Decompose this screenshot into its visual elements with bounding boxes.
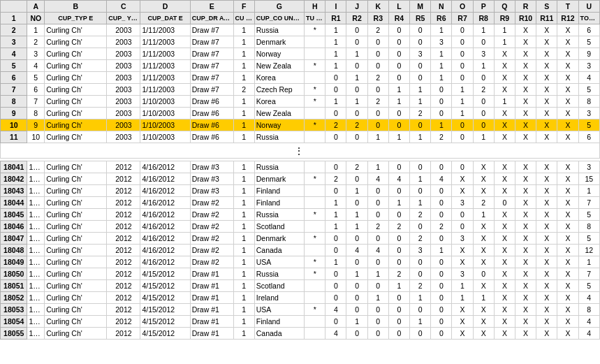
cell-r2[interactable]: 1: [346, 72, 367, 84]
row-number[interactable]: 10: [1, 119, 27, 131]
cell-r7[interactable]: 0: [452, 60, 473, 72]
cell-r2[interactable]: 0: [346, 197, 367, 209]
cell-r12[interactable]: X: [557, 256, 578, 268]
cell-r9[interactable]: 1: [494, 36, 515, 48]
cell-r7[interactable]: 1: [452, 280, 473, 292]
cell-cup-draw[interactable]: Draw #6: [190, 119, 233, 131]
cell-cup-date[interactable]: 4/15/2012: [140, 292, 190, 304]
cell-r8[interactable]: 0: [473, 108, 494, 119]
cell-cup-date[interactable]: 4/15/2012: [140, 316, 190, 328]
cell-r8[interactable]: X: [473, 256, 494, 268]
row-number[interactable]: 7: [1, 84, 27, 96]
table-row[interactable]: 21Curling Ch'20031/11/2003Draw #71Russia…: [1, 24, 600, 36]
cell-r3[interactable]: 0: [367, 185, 388, 197]
cell-r3[interactable]: 0: [367, 84, 388, 96]
cell-r2[interactable]: 0: [346, 233, 367, 245]
cell-r3[interactable]: 0: [367, 209, 388, 221]
col-header-b[interactable]: B: [45, 1, 107, 13]
cell-cup-date[interactable]: 1/11/2003: [140, 48, 190, 60]
cell-cup-p[interactable]: 1: [233, 209, 254, 221]
cell-cup-draw[interactable]: Draw #7: [190, 72, 233, 84]
cell-cup-year[interactable]: 2012: [107, 256, 140, 268]
cell-r8[interactable]: 0: [473, 96, 494, 108]
cell-r5[interactable]: 1: [410, 316, 431, 328]
cell-r5[interactable]: 0: [410, 72, 431, 84]
cell-r11[interactable]: X: [536, 316, 557, 328]
cell-r6[interactable]: 1: [431, 24, 452, 36]
cell-r4[interactable]: 0: [388, 209, 409, 221]
cell-r5[interactable]: 1: [410, 84, 431, 96]
cell-turn[interactable]: [305, 161, 325, 173]
cell-cup-date[interactable]: 4/16/2012: [140, 245, 190, 256]
cell-r10[interactable]: X: [515, 197, 536, 209]
cell-cup-p[interactable]: 1: [233, 173, 254, 185]
row-number[interactable]: 18045: [1, 209, 27, 221]
cell-r2[interactable]: 0: [346, 256, 367, 268]
cell-r8[interactable]: X: [473, 233, 494, 245]
table-row[interactable]: 1804918048Curling Ch'20124/16/2012Draw #…: [1, 256, 600, 268]
cell-r5[interactable]: 3: [410, 245, 431, 256]
row-number[interactable]: 9: [1, 108, 27, 119]
cell-r12[interactable]: X: [557, 84, 578, 96]
cell-r6[interactable]: 0: [431, 280, 452, 292]
cell-cup-draw[interactable]: Draw #3: [190, 173, 233, 185]
cell-cup-year[interactable]: 2012: [107, 209, 140, 221]
cell-r12[interactable]: X: [557, 209, 578, 221]
cell-r1[interactable]: 0: [325, 280, 346, 292]
cell-r10[interactable]: X: [515, 84, 536, 96]
cell-cup-draw[interactable]: Draw #1: [190, 292, 233, 304]
cell-cup-p[interactable]: 1: [233, 292, 254, 304]
cell-cup-p[interactable]: 1: [233, 233, 254, 245]
cell-cup-draw[interactable]: Draw #6: [190, 131, 233, 143]
cell-r3[interactable]: 0: [367, 48, 388, 60]
cell-cup-country[interactable]: Finland: [254, 197, 304, 209]
col-header-d[interactable]: D: [140, 1, 190, 13]
cell-r1[interactable]: 0: [325, 316, 346, 328]
cell-cup-country[interactable]: Korea: [254, 96, 304, 108]
cell-turn[interactable]: [305, 292, 325, 304]
cell-r2[interactable]: 1: [346, 316, 367, 328]
cell-turn[interactable]: [305, 131, 325, 143]
cell-cup-date[interactable]: 1/10/2003: [140, 108, 190, 119]
cell-r5[interactable]: 0: [410, 60, 431, 72]
cell-r4[interactable]: 0: [388, 233, 409, 245]
cell-r1[interactable]: 0: [325, 72, 346, 84]
cell-r11[interactable]: X: [536, 48, 557, 60]
cell-r4[interactable]: 0: [388, 72, 409, 84]
cell-turn[interactable]: *: [305, 96, 325, 108]
cell-cup-draw[interactable]: Draw #1: [190, 280, 233, 292]
cell-turn[interactable]: *: [305, 84, 325, 96]
cell-r5[interactable]: 3: [410, 48, 431, 60]
cell-cup-year[interactable]: 2003: [107, 36, 140, 48]
cell-r1[interactable]: 0: [325, 185, 346, 197]
table-row[interactable]: 1804218041Curling Ch'20124/16/2012Draw #…: [1, 173, 600, 185]
cell-cup-country[interactable]: USA: [254, 304, 304, 316]
cell-cup-p[interactable]: 2: [233, 84, 254, 96]
cell-cup-draw[interactable]: Draw #1: [190, 328, 233, 340]
cell-r10[interactable]: X: [515, 280, 536, 292]
cell-r1[interactable]: 1: [325, 60, 346, 72]
cell-cup-year[interactable]: 2012: [107, 245, 140, 256]
cell-r9[interactable]: X: [494, 209, 515, 221]
cell-r11[interactable]: X: [536, 185, 557, 197]
cell-r2[interactable]: 1: [346, 48, 367, 60]
cell-cup-year[interactable]: 2012: [107, 328, 140, 340]
cell-r12[interactable]: X: [557, 304, 578, 316]
cell-cup-type[interactable]: Curling Ch': [45, 84, 107, 96]
cell-r1[interactable]: 0: [325, 292, 346, 304]
cell-r6[interactable]: 1: [431, 60, 452, 72]
cell-cup-type[interactable]: Curling Ch': [45, 328, 107, 340]
cell-r7[interactable]: 0: [452, 24, 473, 36]
cell-r3[interactable]: 0: [367, 233, 388, 245]
cell-r6[interactable]: 0: [431, 96, 452, 108]
cell-r7[interactable]: 1: [452, 84, 473, 96]
cell-total[interactable]: 5: [578, 119, 599, 131]
cell-r10[interactable]: X: [515, 60, 536, 72]
cell-r5[interactable]: 0: [410, 36, 431, 48]
cell-cup-year[interactable]: 2012: [107, 221, 140, 233]
row-number[interactable]: 18044: [1, 197, 27, 209]
cell-cup-date[interactable]: 1/11/2003: [140, 24, 190, 36]
cell-no[interactable]: 1: [27, 24, 45, 36]
cell-cup-country[interactable]: Norway: [254, 48, 304, 60]
cell-no[interactable]: 18054: [27, 328, 45, 340]
